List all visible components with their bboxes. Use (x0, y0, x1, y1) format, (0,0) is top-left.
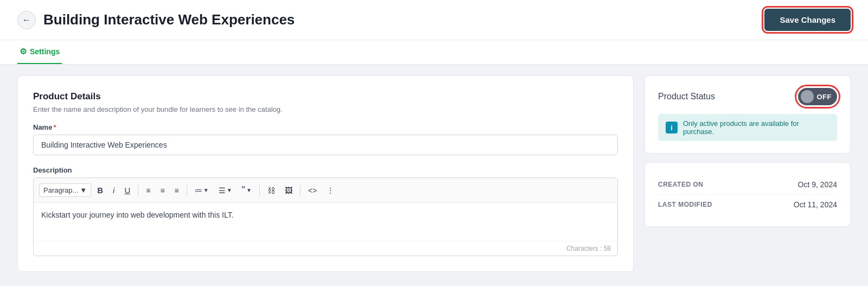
created-on-value: Oct 9, 2024 (798, 180, 837, 189)
product-status-toggle[interactable]: OFF (798, 88, 838, 105)
separator-2 (187, 185, 187, 196)
image-icon: 🖼 (285, 186, 292, 195)
last-modified-value: Oct 11, 2024 (794, 200, 837, 209)
page-title: Building Interactive Web Experiences (43, 11, 295, 28)
back-button[interactable]: ← (17, 11, 36, 29)
product-details-title: Product Details (33, 91, 618, 102)
editor-toolbar: Paragrap... ▼ B i U ≡ ≡ ≡ (34, 178, 617, 203)
bullet-dropdown-icon: ▼ (203, 187, 209, 193)
align-right-icon: ≡ (175, 186, 179, 195)
toggle-state-label: OFF (817, 93, 832, 101)
name-field-group: Name* (33, 123, 618, 155)
more-options-button[interactable]: ⋮ (323, 184, 338, 197)
product-status-label: Product Status (658, 92, 715, 101)
separator-1 (138, 185, 138, 196)
info-box: i Only active products are available for… (658, 114, 837, 141)
info-message: Only active products are available for p… (683, 119, 829, 136)
required-star: * (53, 123, 56, 131)
description-label: Description (33, 166, 618, 174)
back-icon: ← (22, 15, 31, 25)
quote-icon: " (242, 185, 245, 196)
separator-3 (259, 185, 260, 196)
created-on-row: CREATED ON Oct 9, 2024 (658, 175, 837, 194)
align-center-icon: ≡ (160, 186, 164, 195)
status-card: Product Status OFF i Only active product… (644, 75, 851, 154)
page-header: ← Building Interactive Web Experiences S… (0, 0, 868, 40)
image-button[interactable]: 🖼 (281, 184, 296, 197)
last-modified-row: LAST MODIFIED Oct 11, 2024 (658, 194, 837, 214)
bold-button[interactable]: B (93, 183, 107, 197)
created-on-key: CREATED ON (658, 181, 703, 188)
link-button[interactable]: ⛓ (264, 184, 279, 197)
italic-button[interactable]: i (109, 183, 118, 197)
paragraph-label: Paragrap... (43, 186, 78, 194)
quote-dropdown-icon: ▼ (246, 187, 252, 193)
right-panel: Product Status OFF i Only active product… (644, 75, 851, 227)
link-icon: ⛓ (267, 186, 275, 195)
name-label: Name* (33, 123, 618, 131)
info-icon: i (666, 122, 678, 134)
character-count: Characters : 58 (34, 241, 617, 256)
align-right-button[interactable]: ≡ (171, 184, 183, 197)
bullet-list-button[interactable]: ≔ ▼ (191, 184, 213, 197)
tabs-bar: ⚙ Settings (0, 40, 868, 65)
description-editor: Paragrap... ▼ B i U ≡ ≡ ≡ (33, 177, 618, 256)
align-center-button[interactable]: ≡ (156, 184, 168, 197)
toggle-circle (801, 90, 814, 103)
editor-content-area[interactable]: Kickstart your journey into web developm… (34, 203, 617, 241)
numbered-list-icon: ☰ (219, 186, 226, 195)
bullet-list-icon: ≔ (195, 186, 202, 195)
more-icon: ⋮ (327, 186, 334, 195)
paragraph-dropdown[interactable]: Paragrap... ▼ (39, 183, 91, 197)
numbered-dropdown-icon: ▼ (227, 187, 232, 193)
code-button[interactable]: <> (304, 184, 321, 197)
settings-icon: ⚙ (20, 47, 27, 56)
separator-4 (300, 185, 301, 196)
main-content: Product Details Enter the name and descr… (0, 65, 868, 283)
tab-settings-label: Settings (30, 47, 60, 56)
meta-card: CREATED ON Oct 9, 2024 LAST MODIFIED Oct… (644, 162, 851, 227)
align-left-button[interactable]: ≡ (142, 184, 154, 197)
code-icon: <> (308, 186, 317, 195)
underline-button[interactable]: U (120, 183, 134, 197)
toggle-wrapper: OFF (798, 88, 838, 105)
align-left-icon: ≡ (146, 186, 150, 195)
product-details-subtitle: Enter the name and description of your b… (33, 105, 618, 113)
dropdown-chevron-icon: ▼ (80, 186, 87, 194)
tab-settings[interactable]: ⚙ Settings (17, 40, 62, 64)
description-field-group: Description Paragrap... ▼ B i U ≡ ≡ (33, 166, 618, 256)
status-header: Product Status OFF (658, 88, 837, 105)
last-modified-key: LAST MODIFIED (658, 201, 712, 208)
product-name-input[interactable] (33, 135, 618, 155)
quote-button[interactable]: " ▼ (238, 182, 256, 198)
save-changes-button[interactable]: Save Changes (764, 9, 851, 31)
numbered-list-button[interactable]: ☰ ▼ (215, 184, 236, 197)
description-text: Kickstart your journey into web developm… (41, 211, 234, 219)
header-left: ← Building Interactive Web Experiences (17, 11, 295, 29)
left-panel: Product Details Enter the name and descr… (17, 75, 634, 272)
